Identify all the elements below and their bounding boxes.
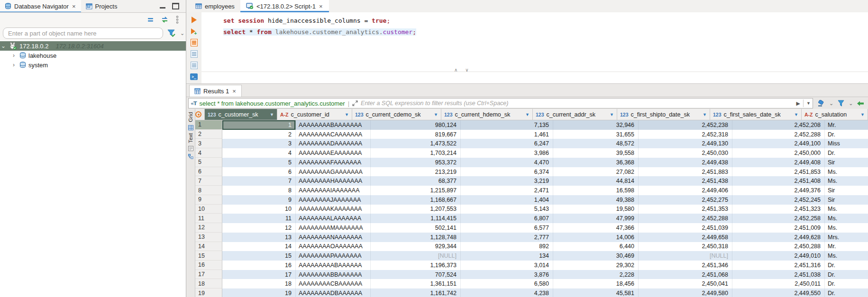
grid-cell[interactable]: AAAAAAAABAAAAAAA	[296, 120, 371, 130]
grid-cell[interactable]: 6,247	[461, 139, 553, 148]
grid-cell[interactable]: Sir	[825, 158, 868, 167]
grid-cell[interactable]: 19,580	[553, 205, 639, 214]
grid-cell[interactable]: 6,440	[553, 242, 639, 252]
grid-cell[interactable]: 1,161,742	[371, 288, 461, 297]
grid-cell[interactable]: 5	[222, 158, 296, 167]
grid-cell[interactable]: 4	[222, 148, 296, 158]
filter-history-dropdown-icon[interactable]: ▼	[806, 101, 811, 106]
grid-cell[interactable]: 3,014	[461, 261, 553, 270]
grid-cell[interactable]: 2,449,100	[732, 139, 825, 148]
grid-cell[interactable]: 134	[461, 251, 553, 261]
grid-cell[interactable]: 2,451,353	[639, 205, 732, 214]
panel-back-icon[interactable]	[857, 100, 864, 107]
presentation-tab-text[interactable]: Text	[188, 133, 193, 143]
tab-projects[interactable]: Projects	[81, 0, 122, 12]
grid-cell[interactable]: Dr.	[825, 130, 868, 139]
collapse-all-icon[interactable]	[147, 17, 154, 23]
results-filter-funnel-icon[interactable]	[837, 100, 845, 107]
close-icon[interactable]: ×	[319, 3, 323, 9]
grid-cell[interactable]: AAAAAAAABBAAAAAA	[296, 270, 371, 279]
grid-cell[interactable]: 2,451,408	[732, 176, 825, 186]
grid-cell[interactable]: 6,374	[461, 167, 553, 177]
grid-cell[interactable]: 2,451,068	[639, 270, 732, 279]
grid-column-header[interactable]: 123c_first_sales_date_sk▼	[710, 109, 802, 120]
grid-cell[interactable]: 2,449,628	[732, 233, 825, 242]
grid-cell[interactable]: 27,082	[553, 167, 639, 177]
grid-cell[interactable]: 1,361,151	[371, 279, 461, 288]
sql-line[interactable]: set session hide_inaccessible_columns = …	[223, 15, 868, 27]
row-number[interactable]: 6	[195, 167, 222, 177]
grid-cell[interactable]: 2,451,323	[732, 205, 825, 214]
row-number[interactable]: 2	[195, 130, 222, 139]
grid-cell[interactable]: 48,572	[553, 139, 639, 148]
grid-cell[interactable]: AAAAAAAACAAAAAAA	[296, 130, 371, 139]
row-number[interactable]: 18	[195, 279, 222, 288]
grid-cell[interactable]: 2,449,550	[732, 288, 825, 297]
grid-cell[interactable]: 2,451,038	[732, 270, 825, 279]
grid-cell[interactable]: AAAAAAAAMAAAAAAA	[296, 223, 371, 233]
grid-cell[interactable]: Sir	[825, 195, 868, 205]
grid-cell[interactable]: 7,135	[461, 120, 553, 130]
grid-cell[interactable]: AAAAAAAALAAAAAAA	[296, 214, 371, 223]
grid-cell[interactable]: 4,470	[461, 158, 553, 167]
grid-column-header[interactable]: 123c_current_hdemo_sk▼	[441, 109, 533, 120]
grid-cell[interactable]: 929,344	[371, 242, 461, 252]
grid-cell[interactable]: 2,449,376	[732, 186, 825, 195]
tab-employees[interactable]: employees	[190, 0, 240, 12]
grid-cell[interactable]: 11	[222, 214, 296, 223]
tree-expanded-icon[interactable]: ⌄	[0, 43, 7, 49]
grid-cell[interactable]: Ms.	[825, 223, 868, 233]
grid-cell[interactable]: 1,703,214	[371, 148, 461, 158]
tree-collapsed-icon[interactable]: ›	[10, 62, 17, 68]
filter-funnel-icon[interactable]	[167, 29, 176, 37]
row-number[interactable]: 19	[195, 288, 222, 297]
sql-editor[interactable]: set session hide_inaccessible_columns = …	[201, 12, 868, 83]
grid-cell[interactable]: 1,168,667	[371, 195, 461, 205]
grid-cell[interactable]: AAAAAAAAEAAAAAAA	[296, 148, 371, 158]
splitter-sash[interactable]: ∧ ∨	[454, 67, 469, 72]
eraser-icon[interactable]	[817, 100, 825, 107]
expand-filter-icon[interactable]	[352, 100, 358, 106]
grid-cell[interactable]: 5,143	[461, 205, 553, 214]
grid-cell[interactable]: Dr.	[825, 261, 868, 270]
grid-cell[interactable]: AAAAAAAANAAAAAAA	[296, 233, 371, 242]
grid-cell[interactable]: 2,452,208	[732, 120, 825, 130]
grid-cell[interactable]: 707,524	[371, 270, 461, 279]
grid-cell[interactable]: 2,449,580	[639, 288, 732, 297]
sort-dropdown-icon[interactable]: ▼	[270, 112, 274, 117]
grid-cell[interactable]: 2,451,883	[639, 167, 732, 177]
grid-cell[interactable]: AAAAAAAAIAAAAAAA	[296, 186, 371, 195]
grid-cell[interactable]: Mr.	[825, 242, 868, 252]
grid-cell[interactable]: 502,141	[371, 223, 461, 233]
sash-down-icon[interactable]: ∨	[465, 67, 468, 72]
grid-cell[interactable]: 1,207,553	[371, 205, 461, 214]
tab-database-navigator[interactable]: Database Navigator ×	[0, 0, 81, 12]
grid-cell[interactable]: 1,461	[461, 130, 553, 139]
grid-cell[interactable]: AAAAAAAAABAAAAAA	[296, 261, 371, 270]
grid-column-header[interactable]: 123c_customer_sk▼	[205, 109, 277, 120]
grid-cell[interactable]: Ms.	[825, 214, 868, 223]
grid-cell[interactable]: Ms.	[825, 167, 868, 177]
grid-cell[interactable]: 953,372	[371, 158, 461, 167]
grid-cell[interactable]: Ms.	[825, 205, 868, 214]
grid-cell[interactable]: 17	[222, 270, 296, 279]
grid-cell[interactable]: Dr.	[825, 279, 868, 288]
row-number[interactable]: 5	[195, 158, 222, 167]
filter-expression-box[interactable]: «T select * from lakehouse.customer_anal…	[188, 98, 813, 108]
grid-cell[interactable]: 1,215,897	[371, 186, 461, 195]
row-number[interactable]: 1	[195, 120, 222, 130]
grid-cell[interactable]: 31,655	[553, 130, 639, 139]
grid-cell[interactable]: 1,473,522	[371, 139, 461, 148]
grid-cell[interactable]: 8	[222, 186, 296, 195]
grid-cell[interactable]: AAAAAAAADBAAAAAA	[296, 288, 371, 297]
struct-presentation-icon[interactable]	[188, 154, 193, 159]
grid-cell[interactable]: Miss	[825, 139, 868, 148]
sort-dropdown-icon[interactable]: ▼	[525, 112, 530, 117]
chevron-down-icon[interactable]: ⌄	[849, 100, 853, 107]
grid-cell[interactable]: 36,368	[553, 158, 639, 167]
grid-cell[interactable]: 2,450,030	[639, 148, 732, 158]
grid-cell[interactable]: 2,449,658	[639, 233, 732, 242]
grid-cell[interactable]: 6	[222, 167, 296, 177]
grid-cell[interactable]: 12	[222, 223, 296, 233]
grid-cell[interactable]: 892	[461, 242, 553, 252]
